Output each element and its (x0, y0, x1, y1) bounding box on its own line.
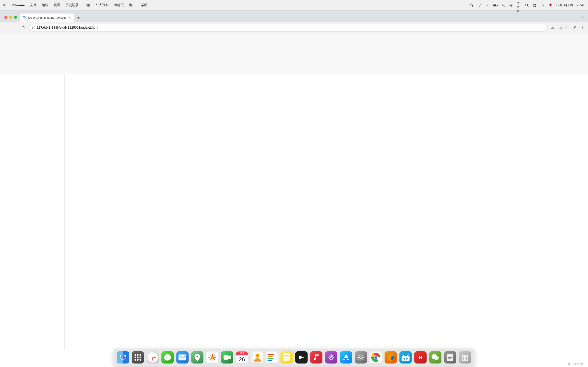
maximize-button[interactable] (14, 16, 17, 19)
right-panel (65, 74, 588, 350)
left-panel-content (0, 74, 64, 350)
dock-item-calendar[interactable]: 12月 26 (235, 350, 249, 364)
svg-line-69 (407, 354, 408, 356)
apple-logo-icon[interactable]:  (3, 3, 5, 8)
svg-rect-51 (284, 353, 290, 361)
menu-chrome[interactable]: Chrome (10, 2, 27, 8)
back-button[interactable]: ‹ (3, 24, 10, 31)
dock-item-contacts[interactable] (250, 350, 264, 364)
svg-point-64 (374, 356, 377, 359)
dock-item-reminders[interactable] (265, 350, 278, 364)
svg-point-5 (526, 4, 528, 6)
dock-item-safari[interactable] (146, 350, 159, 364)
dock: 12月 26 (113, 349, 475, 366)
menu-tabs[interactable]: 标签页 (112, 2, 126, 8)
dock-item-appstore[interactable] (339, 350, 353, 364)
address-input[interactable]: 127.0.0.1:8848/study1225001/index2.html (29, 24, 548, 31)
dock-item-chrome[interactable] (369, 350, 383, 364)
svg-point-31 (135, 357, 136, 358)
dock-item-facetime[interactable] (220, 350, 234, 364)
reload-button[interactable]: ↻ (20, 24, 27, 31)
notification-icon[interactable]: B (540, 3, 545, 8)
address-bar: ‹ › ↻ 127.0.0.1:8848/study1225001/index2… (0, 22, 588, 33)
url-bold-part: 127.0.0.1: (37, 25, 52, 29)
menu-history[interactable]: 历史记录 (63, 2, 81, 8)
svg-rect-9 (533, 5, 534, 7)
control-center-icon[interactable] (532, 3, 537, 8)
svg-line-6 (527, 6, 528, 7)
svg-point-61 (360, 356, 363, 359)
dock-container: 12月 26 (0, 346, 588, 367)
bookmark-button[interactable] (557, 25, 563, 31)
svg-rect-44 (179, 355, 186, 360)
security-icon (32, 25, 35, 30)
spotlight-icon[interactable] (525, 3, 529, 8)
dock-item-notes[interactable] (280, 350, 293, 364)
dock-item-messages[interactable] (161, 350, 174, 364)
svg-point-70 (403, 358, 405, 359)
svg-rect-2 (497, 5, 498, 6)
dock-item-file[interactable] (443, 350, 457, 364)
svg-point-45 (196, 356, 198, 357)
svg-point-32 (137, 357, 139, 358)
menu-profile[interactable]: 个人资料 (93, 2, 111, 8)
dock-item-launchpad[interactable] (131, 350, 145, 364)
chrome-menu-button[interactable] (579, 25, 585, 31)
dock-item-wps[interactable]: H (414, 350, 427, 364)
dock-item-music[interactable] (310, 350, 323, 364)
wechat-menu-icon[interactable] (469, 3, 474, 8)
sidebar-toggle-button[interactable] (564, 25, 571, 31)
dock-item-photos[interactable] (205, 350, 219, 364)
tab-favicon-icon (22, 16, 26, 19)
svg-rect-15 (566, 26, 569, 29)
svg-rect-23 (123, 351, 129, 364)
dock-item-trash[interactable] (458, 350, 472, 364)
tab-expand-button[interactable]: ⌄ (579, 14, 585, 20)
window-controls (2, 16, 20, 22)
tab-close-button[interactable]: × (68, 16, 72, 20)
svg-point-29 (137, 354, 139, 356)
active-tab[interactable]: 127.0.0.1:8848/study1225001/ × (20, 14, 74, 22)
svg-point-60 (330, 355, 332, 357)
dock-item-systemprefs[interactable] (354, 350, 368, 364)
dock-item-mail[interactable] (176, 350, 189, 364)
left-panel (0, 74, 65, 350)
user-icon[interactable] (501, 3, 506, 8)
forward-button[interactable]: › (11, 24, 18, 31)
dock-item-finder[interactable] (116, 350, 130, 364)
main-content (0, 74, 588, 350)
share-button[interactable] (550, 25, 556, 31)
menu-window[interactable]: 窗口 (127, 2, 138, 8)
pinyin-icon[interactable]: 简体拼音 (517, 3, 521, 8)
wifi-icon[interactable] (509, 3, 514, 8)
dock-item-bilibili[interactable] (399, 350, 412, 364)
bluetooth-icon[interactable] (477, 3, 482, 8)
svg-point-12 (24, 17, 25, 18)
svg-rect-22 (117, 351, 123, 364)
battery-icon[interactable] (493, 3, 498, 8)
svg-rect-3 (493, 4, 496, 6)
dock-item-wechat[interactable] (429, 350, 442, 364)
svg-point-71 (406, 358, 408, 359)
menu-edit[interactable]: 编辑 (40, 2, 51, 8)
menu-help[interactable]: 帮助 (139, 2, 150, 8)
dock-item-appletv[interactable] (295, 350, 308, 364)
close-button[interactable] (4, 16, 8, 19)
svg-point-17 (574, 26, 576, 27)
tab-title: 127.0.0.1:8848/study1225001/ (27, 16, 66, 19)
menu-file[interactable]: 文件 (28, 2, 39, 8)
svg-point-20 (582, 28, 582, 29)
minimize-button[interactable] (9, 16, 12, 19)
china-flag-icon[interactable]: 中 (548, 3, 553, 8)
airplay-icon[interactable] (485, 3, 490, 8)
profile-button[interactable] (572, 25, 578, 31)
menu-bookmarks[interactable]: 书签 (82, 2, 93, 8)
svg-point-46 (211, 356, 214, 359)
dock-item-podcasts[interactable] (324, 350, 338, 364)
dock-item-maps[interactable] (190, 350, 204, 364)
menu-view[interactable]: 视图 (52, 2, 62, 8)
tab-bar: 127.0.0.1:8848/study1225001/ × + ⌄ (0, 10, 588, 22)
new-tab-button[interactable]: + (75, 14, 82, 21)
svg-point-18 (582, 26, 582, 26)
dock-item-firefox[interactable] (384, 350, 398, 364)
